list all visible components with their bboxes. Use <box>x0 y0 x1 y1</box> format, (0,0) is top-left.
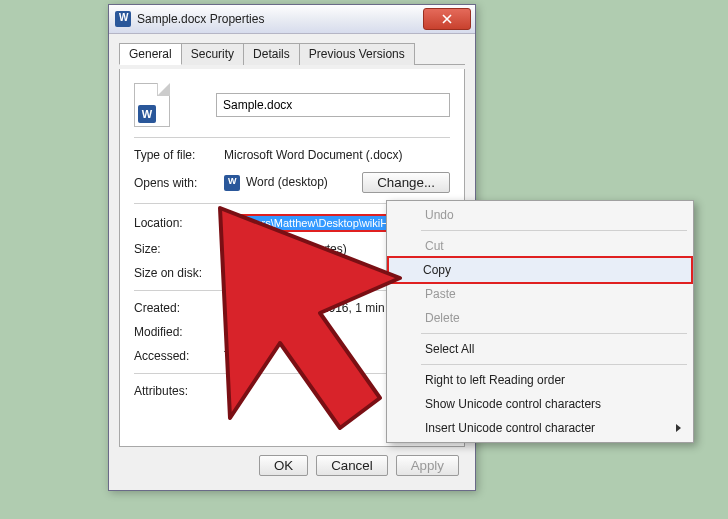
menu-delete[interactable]: Delete <box>389 306 691 330</box>
close-button[interactable] <box>423 8 471 30</box>
tab-security[interactable]: Security <box>181 43 244 65</box>
tab-details[interactable]: Details <box>243 43 300 65</box>
close-icon <box>442 14 452 24</box>
dialog-title: Sample.docx Properties <box>137 12 423 26</box>
separator <box>134 137 450 138</box>
file-icon: W <box>134 83 170 127</box>
attributes-label: Attributes: <box>134 384 224 398</box>
opens-value: Word (desktop) <box>224 175 362 191</box>
accessed-label: Accessed: <box>134 349 224 363</box>
type-label: Type of file: <box>134 148 224 162</box>
context-menu: Undo Cut Copy Paste Delete Select All Ri… <box>386 200 694 443</box>
apply-button[interactable]: Apply <box>396 455 459 476</box>
menu-insert-unicode[interactable]: Insert Unicode control character <box>389 416 691 440</box>
ok-button[interactable]: OK <box>259 455 308 476</box>
filename-input[interactable]: Sample.docx <box>216 93 450 117</box>
menu-paste[interactable]: Paste <box>389 282 691 306</box>
type-value: Microsoft Word Document (.docx) <box>224 148 450 162</box>
menu-separator <box>421 364 687 365</box>
dialog-buttons: OK Cancel Apply <box>119 447 465 478</box>
menu-select-all[interactable]: Select All <box>389 337 691 361</box>
modified-label: Modified: <box>134 325 224 339</box>
menu-cut[interactable]: Cut <box>389 234 691 258</box>
tab-general[interactable]: General <box>119 43 182 65</box>
cancel-button[interactable]: Cancel <box>316 455 388 476</box>
size-label: Size: <box>134 242 224 256</box>
filename-row: W Sample.docx <box>134 83 450 127</box>
type-row: Type of file: Microsoft Word Document (.… <box>134 148 450 162</box>
location-label: Location: <box>134 216 224 230</box>
menu-separator <box>421 333 687 334</box>
menu-rtl[interactable]: Right to left Reading order <box>389 368 691 392</box>
word-icon <box>224 175 240 191</box>
submenu-arrow-icon <box>676 424 681 432</box>
menu-show-unicode[interactable]: Show Unicode control characters <box>389 392 691 416</box>
word-doc-icon <box>115 11 131 27</box>
menu-copy[interactable]: Copy <box>387 256 693 284</box>
opens-row: Opens with: Word (desktop) Change... <box>134 172 450 193</box>
tab-previous-versions[interactable]: Previous Versions <box>299 43 415 65</box>
tab-strip: General Security Details Previous Versio… <box>119 42 465 65</box>
titlebar: Sample.docx Properties <box>109 5 475 34</box>
change-button[interactable]: Change... <box>362 172 450 193</box>
disk-label: Size on disk: <box>134 266 224 280</box>
created-label: Created: <box>134 301 224 315</box>
opens-label: Opens with: <box>134 176 224 190</box>
menu-separator <box>421 230 687 231</box>
menu-undo[interactable]: Undo <box>389 203 691 227</box>
